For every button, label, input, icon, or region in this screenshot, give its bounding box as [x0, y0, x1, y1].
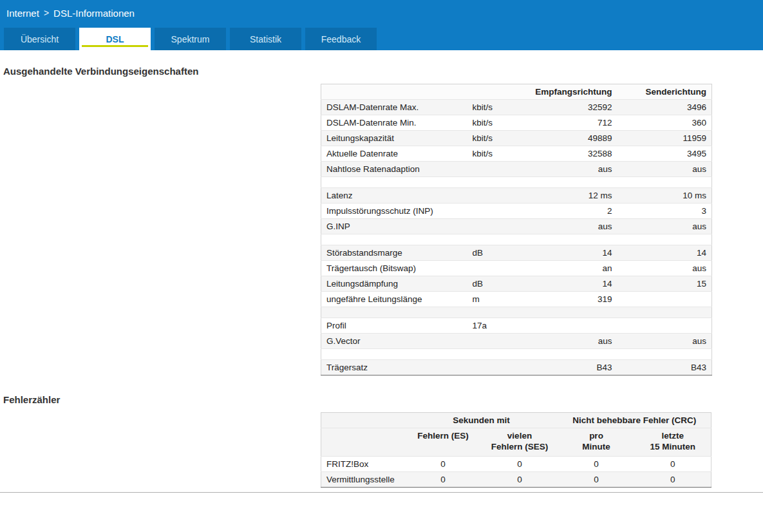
downstream-value: 14	[522, 276, 617, 292]
bottom-divider	[0, 492, 763, 493]
table-row: Nahtlose Ratenadaptionausaus	[321, 162, 712, 177]
downstream-value: 12 ms	[522, 188, 617, 204]
downstream-value	[522, 318, 617, 334]
downstream-value	[522, 349, 617, 360]
row-unit: dB	[467, 245, 522, 261]
es-value: 0	[405, 457, 482, 472]
table-row: G.Vectorausaus	[321, 334, 712, 349]
row-label	[321, 349, 467, 360]
connection-table-body: DSLAM-Datenrate Max.kbit/s325923496DSLAM…	[321, 100, 712, 375]
downstream-value: 32588	[522, 146, 617, 162]
row-unit	[467, 219, 522, 234]
table-row: Latenz12 ms10 ms	[321, 188, 712, 204]
row-label: Trägersatz	[321, 360, 467, 375]
row-unit: kbit/s	[467, 131, 522, 146]
tab-uebersicht[interactable]: Übersicht	[4, 28, 75, 50]
table-row: Profil17a	[321, 318, 712, 334]
error-table-wrap: Sekunden mit Nicht behebbare Fehler (CRC…	[321, 412, 711, 488]
row-label: Trägertausch (Bitswap)	[321, 261, 467, 276]
row-label	[321, 234, 467, 245]
downstream-value: aus	[522, 219, 617, 234]
upstream-value	[617, 318, 712, 334]
err-header-corner-2	[321, 428, 405, 457]
row-unit: m	[467, 292, 522, 307]
table-row: DSLAM-Datenrate Max.kbit/s325923496	[321, 100, 712, 115]
tab-feedback[interactable]: Feedback	[305, 28, 377, 50]
table-row: FRITZ!Box0000	[321, 457, 711, 472]
tab-dsl[interactable]: DSL	[79, 28, 151, 50]
err-header-es: Fehlern (ES)	[405, 428, 482, 457]
breadcrumb: Internet > DSL-Informationen	[0, 0, 763, 26]
err-header-per-minute: pro Minute	[558, 428, 635, 457]
row-unit	[467, 204, 522, 219]
upstream-value: 14	[617, 245, 712, 261]
row-label: Impulsstörungsschutz (INP)	[321, 204, 467, 219]
section-title-connection-properties: Ausgehandelte Verbindungseigenschaften	[3, 66, 763, 77]
downstream-value: aus	[522, 162, 617, 177]
main-content: Ausgehandelte Verbindungseigenschaften E…	[0, 50, 763, 493]
per-minute-value: 0	[558, 472, 635, 488]
upstream-value: aus	[617, 261, 712, 276]
upstream-value: 11959	[617, 131, 712, 146]
es-value: 0	[405, 472, 482, 488]
row-label: Störabstandsmarge	[321, 245, 467, 261]
spacer-row	[321, 234, 712, 245]
downstream-value	[522, 307, 617, 318]
row-unit: kbit/s	[467, 100, 522, 115]
table-row: LeitungsdämpfungdB1415	[321, 276, 712, 292]
upstream-value: B43	[617, 360, 712, 375]
breadcrumb-separator-icon: >	[44, 8, 49, 18]
spacer-row	[321, 307, 712, 318]
table-row: Leitungskapazitätkbit/s4988911959	[321, 131, 712, 146]
upstream-value: 3	[617, 204, 712, 219]
connection-properties-table: Empfangsrichtung Senderichtung DSLAM-Dat…	[321, 84, 712, 375]
breadcrumb-current-page: DSL-Informationen	[53, 8, 135, 19]
upstream-value: 3496	[617, 100, 712, 115]
row-label: DSLAM-Datenrate Max.	[321, 100, 467, 115]
row-unit: kbit/s	[467, 146, 522, 162]
upstream-value	[617, 349, 712, 360]
breadcrumb-internet[interactable]: Internet	[6, 8, 39, 19]
downstream-value: aus	[522, 334, 617, 349]
upstream-value	[617, 234, 712, 245]
table-row: Aktuelle Datenratekbit/s325883495	[321, 146, 712, 162]
row-unit: kbit/s	[467, 115, 522, 131]
downstream-value: 49889	[522, 131, 617, 146]
downstream-value: 2	[522, 204, 617, 219]
tab-spektrum[interactable]: Spektrum	[155, 28, 226, 50]
last-15-minutes-value: 0	[635, 457, 711, 472]
row-label: Leitungsdämpfung	[321, 276, 467, 292]
header-upstream: Senderichtung	[617, 84, 712, 100]
row-unit	[467, 307, 522, 318]
table-row: Vermittlungsstelle0000	[321, 472, 711, 488]
table-row: ungefähre Leitungslängem319	[321, 292, 712, 307]
table-row: Trägertausch (Bitswap)anaus	[321, 261, 712, 276]
upstream-value: 10 ms	[617, 188, 712, 204]
row-unit: 17a	[467, 318, 522, 334]
row-unit	[467, 234, 522, 245]
row-label: Leitungskapazität	[321, 131, 467, 146]
downstream-value	[522, 177, 617, 188]
row-label	[321, 307, 467, 318]
tab-statistik[interactable]: Statistik	[230, 28, 301, 50]
row-unit	[467, 349, 522, 360]
upstream-value: aus	[617, 334, 712, 349]
row-label: Profil	[321, 318, 467, 334]
upstream-value	[617, 292, 712, 307]
upstream-value	[617, 307, 712, 318]
row-unit	[467, 188, 522, 204]
upstream-value: 360	[617, 115, 712, 131]
ses-value: 0	[482, 457, 558, 472]
downstream-value: 319	[522, 292, 617, 307]
connection-table-wrap: Empfangsrichtung Senderichtung DSLAM-Dat…	[321, 84, 711, 375]
ses-value: 0	[482, 472, 558, 488]
header-empty-unit	[467, 84, 522, 100]
spacer-row	[321, 177, 712, 188]
table-row: StörabstandsmargedB1414	[321, 245, 712, 261]
row-label: G.Vector	[321, 334, 467, 349]
error-counters-table: Sekunden mit Nicht behebbare Fehler (CRC…	[321, 412, 711, 488]
upstream-value: aus	[617, 219, 712, 234]
row-label: DSLAM-Datenrate Min.	[321, 115, 467, 131]
err-header-ses: vielen Fehlern (SES)	[482, 428, 558, 457]
row-label: Vermittlungsstelle	[321, 472, 405, 488]
